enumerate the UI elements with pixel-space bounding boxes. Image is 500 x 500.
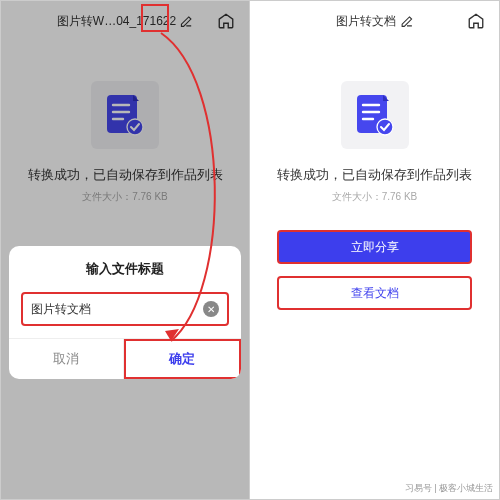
view-doc-button[interactable]: 查看文档 xyxy=(277,276,471,310)
filesize-label: 文件大小：7.76 KB xyxy=(82,190,168,204)
edit-icon[interactable] xyxy=(180,15,193,28)
document-icon-box xyxy=(341,81,409,149)
filename-input[interactable] xyxy=(31,302,203,316)
header-title-wrap: 图片转W…04_171622 xyxy=(57,13,193,30)
screen-right: 图片转文档 转换成功，已自动保存到作品列表 文件大小：7.76 KB 立即分享 … xyxy=(250,1,499,499)
home-icon[interactable] xyxy=(217,12,235,30)
cancel-button[interactable]: 取消 xyxy=(9,339,124,379)
share-button[interactable]: 立即分享 xyxy=(277,230,471,264)
header-title-wrap: 图片转文档 xyxy=(336,13,413,30)
content-right: 转换成功，已自动保存到作品列表 文件大小：7.76 KB 立即分享 查看文档 xyxy=(250,41,499,310)
action-buttons: 立即分享 查看文档 xyxy=(277,230,471,310)
screen-left: 图片转W…04_171622 转换成功，已自动保存到作品列表 文件大小：7.76… xyxy=(1,1,250,499)
watermark: 习易号 | 极客小城生活 xyxy=(405,482,493,495)
dialog-title: 输入文件标题 xyxy=(9,246,241,288)
header-right: 图片转文档 xyxy=(250,1,499,41)
svg-point-10 xyxy=(377,119,393,135)
home-icon[interactable] xyxy=(467,12,485,30)
clear-input-icon[interactable]: ✕ xyxy=(203,301,219,317)
success-message: 转换成功，已自动保存到作品列表 xyxy=(28,167,223,184)
content-left: 转换成功，已自动保存到作品列表 文件大小：7.76 KB xyxy=(1,41,249,204)
edit-icon[interactable] xyxy=(400,15,413,28)
document-check-icon xyxy=(355,93,395,137)
header-left: 图片转W…04_171622 xyxy=(1,1,249,41)
filename-dialog: 输入文件标题 ✕ 取消 确定 xyxy=(9,246,241,379)
document-icon-box xyxy=(91,81,159,149)
highlight-edit-box xyxy=(141,4,169,32)
header-title: 图片转文档 xyxy=(336,13,396,30)
filename-input-wrap: ✕ xyxy=(21,292,229,326)
svg-point-4 xyxy=(127,119,143,135)
filesize-label: 文件大小：7.76 KB xyxy=(332,190,418,204)
confirm-button[interactable]: 确定 xyxy=(124,339,242,379)
success-message: 转换成功，已自动保存到作品列表 xyxy=(277,167,472,184)
dialog-actions: 取消 确定 xyxy=(9,338,241,379)
document-check-icon xyxy=(105,93,145,137)
